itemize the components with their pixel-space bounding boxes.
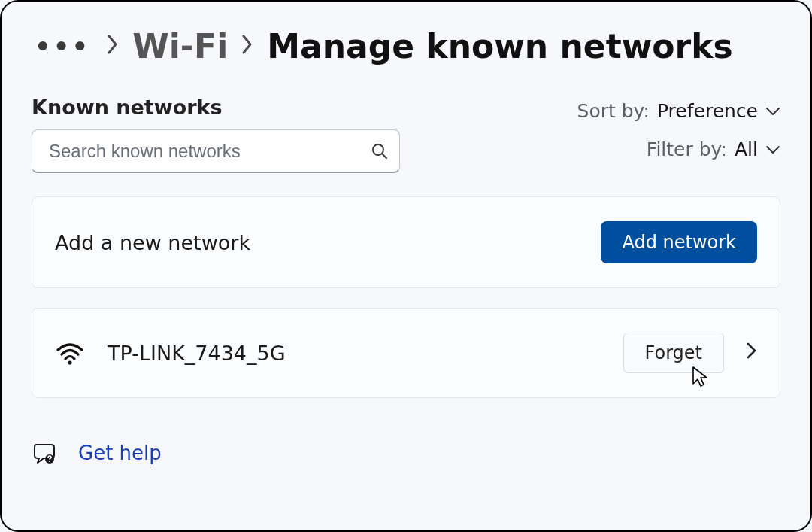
sort-label: Sort by: <box>577 100 650 122</box>
filter-value: All <box>735 138 758 160</box>
add-network-card: Add a new network Add network <box>32 196 780 288</box>
breadcrumb-wifi[interactable]: Wi-Fi <box>132 27 228 65</box>
chevron-right-icon <box>107 34 119 59</box>
svg-line-1 <box>382 154 386 158</box>
page-title: Manage known networks <box>267 27 732 65</box>
network-info: TP-LINK_7434_5G <box>55 341 286 365</box>
svg-point-2 <box>68 360 71 364</box>
add-network-button[interactable]: Add network <box>601 221 757 263</box>
chevron-down-icon <box>765 141 780 159</box>
search-icon <box>371 142 389 160</box>
get-help-link[interactable]: Get help <box>78 442 162 464</box>
filter-label: Filter by: <box>647 138 727 160</box>
chevron-down-icon <box>765 102 780 120</box>
network-row[interactable]: TP-LINK_7434_5G Forget <box>32 308 780 398</box>
expand-network-button[interactable] <box>747 342 757 364</box>
add-network-label: Add a new network <box>55 231 250 254</box>
search-input[interactable] <box>47 140 371 163</box>
breadcrumb-overflow-button[interactable]: ••• <box>32 32 93 62</box>
sort-by-dropdown[interactable]: Sort by: Preference <box>577 100 780 122</box>
chevron-right-icon <box>241 34 253 59</box>
svg-point-4 <box>49 461 50 462</box>
controls-row: Known networks Sort by: Preference Filte… <box>32 96 780 177</box>
breadcrumb: ••• Wi-Fi Manage known networks <box>32 27 780 65</box>
sort-filter-group: Sort by: Preference Filter by: All <box>577 96 780 177</box>
filter-by-dropdown[interactable]: Filter by: All <box>577 138 780 160</box>
forget-button[interactable]: Forget <box>623 333 725 373</box>
left-controls: Known networks <box>32 96 400 173</box>
sort-value: Preference <box>657 100 758 122</box>
wifi-icon <box>55 341 85 365</box>
known-networks-label: Known networks <box>32 96 400 119</box>
help-icon <box>32 440 57 466</box>
network-name: TP-LINK_7434_5G <box>108 342 286 365</box>
network-actions: Forget <box>623 333 758 373</box>
help-row: Get help <box>32 440 780 466</box>
search-box[interactable] <box>32 129 400 173</box>
